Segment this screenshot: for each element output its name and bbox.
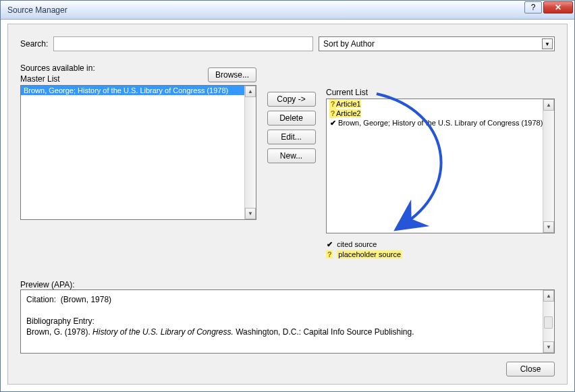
scroll-up-icon[interactable]: ▲	[543, 99, 554, 111]
current-list-box[interactable]: ?Article1 ?Article2 ✔ Brown, George; His…	[326, 99, 555, 233]
legend-placeholder-label: placeholder source	[337, 250, 402, 258]
preview-box: Citation: (Brown, 1978) Bibliography Ent…	[20, 289, 555, 354]
search-input[interactable]	[53, 36, 313, 51]
lists-area: Sources available in: Master List Browse…	[20, 78, 555, 260]
middle-buttons: Copy -> Delete Edit... New...	[266, 78, 317, 260]
scroll-down-icon[interactable]: ▼	[543, 341, 554, 353]
copy-button[interactable]: Copy ->	[267, 92, 316, 107]
list-item[interactable]: Brown, George; History of the U.S. Libra…	[21, 86, 256, 95]
close-button[interactable]: Close	[506, 362, 555, 376]
citation-label: Citation:	[26, 295, 56, 304]
legend: ✔ cited source ? placeholder source	[326, 240, 555, 258]
bibliography-entry: Brown, G. (1978). History of the U.S. Li…	[26, 327, 541, 337]
legend-cited-label: cited source	[337, 240, 377, 248]
window-title: Source Manager	[7, 5, 67, 15]
footer: Close	[20, 362, 555, 381]
search-row: Search: Sort by Author ▼	[20, 36, 555, 51]
list-item[interactable]: ?Article1	[327, 99, 554, 109]
sources-available-label: Sources available in:	[20, 63, 95, 73]
bibliography-label: Bibliography Entry:	[26, 316, 541, 327]
current-list-column: Current List ?Article1 ?Article2 ✔ Brown…	[326, 78, 555, 260]
cited-mark-icon: ✔	[326, 240, 333, 249]
list-item-text: Article1	[336, 100, 361, 108]
placeholder-mark-icon: ?	[326, 250, 333, 258]
scroll-up-icon[interactable]: ▲	[245, 86, 256, 97]
help-button[interactable]: ?	[524, 1, 542, 13]
dialog-content: Search: Sort by Author ▼ Sources availab…	[7, 24, 568, 385]
scrollbar[interactable]: ▲ ▼	[543, 99, 554, 233]
cited-mark-icon: ✔	[329, 118, 336, 128]
placeholder-mark-icon: ?	[329, 99, 336, 109]
sort-select[interactable]: Sort by Author ▼	[319, 36, 555, 51]
scroll-down-icon[interactable]: ▼	[245, 208, 256, 219]
placeholder-mark-icon: ?	[329, 109, 336, 118]
master-list-label: Master List	[20, 74, 95, 84]
search-label: Search:	[20, 39, 48, 49]
master-list-box[interactable]: Brown, George; History of the U.S. Libra…	[20, 85, 256, 220]
scroll-up-icon[interactable]: ▲	[543, 290, 554, 302]
list-item[interactable]: ?Article2	[327, 109, 554, 118]
preview-label: Preview (APA):	[20, 280, 555, 289]
delete-button[interactable]: Delete	[267, 111, 316, 125]
current-list-label: Current List	[326, 88, 555, 97]
scrollbar[interactable]: ▲ ▼	[244, 86, 256, 219]
new-button[interactable]: New...	[267, 148, 316, 163]
edit-button[interactable]: Edit...	[267, 130, 316, 144]
sort-select-value: Sort by Author	[323, 39, 375, 49]
chevron-down-icon: ▼	[542, 38, 553, 49]
list-item[interactable]: ✔ Brown, George; History of the U.S. Lib…	[327, 118, 554, 128]
browse-button[interactable]: Browse...	[208, 67, 256, 82]
citation-line: Citation: (Brown, 1978)	[26, 294, 541, 305]
window-controls: ? ✕	[524, 1, 573, 13]
legend-placeholder: ? placeholder source	[326, 250, 555, 258]
list-item-text: Article2	[336, 109, 361, 117]
scroll-thumb[interactable]	[544, 316, 553, 329]
legend-cited: ✔ cited source	[326, 240, 555, 249]
scroll-down-icon[interactable]: ▼	[543, 221, 554, 233]
list-item-text: Brown, George; History of the U.S. Libra…	[338, 119, 543, 127]
master-list-column: Sources available in: Master List Browse…	[20, 78, 256, 260]
title-bar: Source Manager ? ✕	[1, 1, 574, 20]
citation-text: (Brown, 1978)	[61, 295, 111, 304]
close-window-button[interactable]: ✕	[543, 1, 573, 13]
